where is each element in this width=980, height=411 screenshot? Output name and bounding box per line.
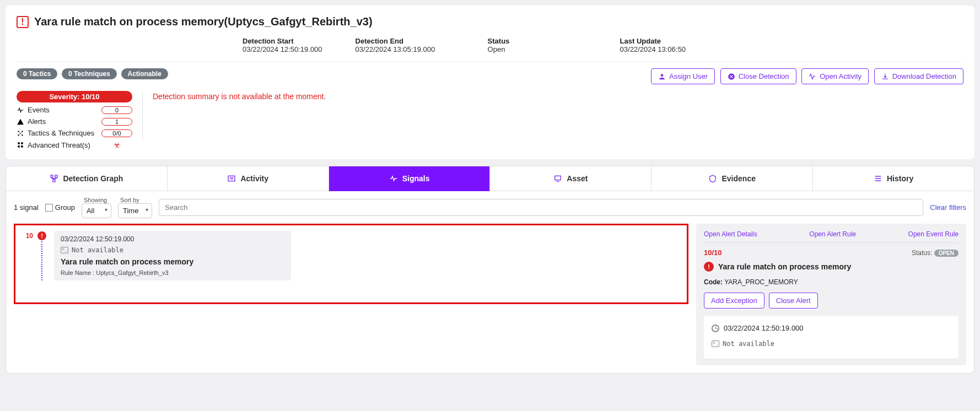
svg-rect-9 [51,175,53,177]
assign-user-button[interactable]: Assign User [651,68,715,84]
download-detection-button[interactable]: Download Detection [874,68,963,84]
tactics-icon [17,129,24,137]
severity-bar: Severity: 10/10 [17,91,132,102]
status: Status Open [488,37,587,53]
tt-label: Tactics & Techniques [28,129,94,137]
sort-label: Sort by [118,197,152,203]
open-activity-button[interactable]: Open Activity [801,68,869,84]
detection-start-label: Detection Start [243,37,322,45]
add-exception-button[interactable]: Add Exception [704,293,764,309]
events-count[interactable]: 0 [101,106,132,114]
rule-label: Rule Name : [61,269,94,276]
close-detection-button[interactable]: Close Detection [720,68,796,84]
tabs-card: Detection Graph Activity Signals Asset E… [6,166,974,374]
detection-end-value: 03/22/2024 13:05:19.000 [356,45,455,53]
detection-header-card: ! Yara rule match on process memory(Upty… [6,6,974,159]
signals-list: 10 ! 03/22/2024 12:50:19.000 Not availab… [14,224,688,365]
search-wrap [159,199,923,216]
status-value: Open [488,45,587,53]
terminal-icon [712,340,719,347]
close-alert-label: Close Alert [776,296,811,305]
alerts-count[interactable]: 1 [101,118,132,126]
assign-user-label: Assign User [669,72,708,80]
svg-rect-13 [555,176,561,180]
severity-column: Severity: 10/10 Events 0 Alerts 1 Tactic… [17,91,132,149]
tab-history-label: History [887,174,913,183]
showing-select[interactable]: Showing All [82,197,111,218]
timeline-line [41,241,42,280]
detail-na: Not available [723,340,774,348]
showing-value: All [82,203,111,218]
detail-code: Code: YARA_PROC_MEMORY [704,278,959,286]
detail-score: 10/10 [704,248,722,257]
alert-icon: ! [17,16,29,28]
user-icon [658,73,666,80]
tab-bar: Detection Graph Activity Signals Asset E… [6,166,974,191]
summary-missing: Detection summary is not available at th… [153,91,326,101]
biohazard-icon: ☣ [101,140,132,149]
svg-rect-6 [21,142,23,144]
detail-timestamp: 03/22/2024 12:50:19.000 [724,324,804,332]
svg-rect-10 [55,175,57,177]
page-title: Yara rule match on process memory(Uptycs… [34,15,373,28]
alerts-label: Alerts [28,117,46,126]
close-detection-label: Close Detection [739,72,789,80]
evidence-icon [708,174,717,183]
detail-panel: Open Alert Details Open Alert Rule Open … [696,224,966,365]
graph-icon [50,174,58,183]
last-update: Last Update 03/22/2024 13:06:50 [620,37,719,53]
tactics-pill[interactable]: 0 Tactics [17,68,57,79]
signal-score: 10 [23,231,33,280]
adv-threat-label: Advanced Threat(s) [28,141,90,149]
open-alert-rule-link[interactable]: Open Alert Rule [809,230,856,238]
detail-status-wrap: Status: OPEN [912,249,959,257]
meta-row: Detection Start 03/22/2024 12:50:19.000 … [17,34,963,62]
open-alert-details-link[interactable]: Open Alert Details [704,230,757,238]
status-label: Status [488,37,587,45]
close-alert-button[interactable]: Close Alert [769,293,818,309]
detection-end-label: Detection End [356,37,455,45]
tab-detection-graph[interactable]: Detection Graph [6,166,168,191]
last-update-label: Last Update [620,37,719,45]
group-toggle[interactable]: Group [45,203,75,212]
tt-count[interactable]: 0/0 [101,129,132,137]
tab-asset[interactable]: Asset [490,166,651,191]
download-icon [881,73,889,80]
open-event-rule-link[interactable]: Open Event Rule [908,230,959,238]
detail-inner: 03/22/2024 12:50:19.000 Not available [704,316,959,359]
techniques-pill[interactable]: 0 Techniques [62,68,117,79]
alert-dot-icon: ! [37,231,46,240]
svg-rect-7 [18,145,20,148]
add-exception-label: Add Exception [711,296,757,305]
actionable-pill[interactable]: Actionable [121,68,168,79]
terminal-icon [61,247,68,253]
close-circle-icon [728,73,735,80]
tab-evidence[interactable]: Evidence [651,166,813,191]
activity-icon [809,73,816,80]
tab-history[interactable]: History [813,166,974,191]
signal-entry[interactable]: 10 ! 03/22/2024 12:50:19.000 Not availab… [23,231,679,280]
warning-icon [17,118,24,126]
status-badge: OPEN [934,250,959,257]
search-input[interactable] [159,199,923,216]
detail-title: Yara rule match on process memory [718,262,851,271]
detection-start-value: 03/22/2024 12:50:19.000 [243,45,322,53]
tab-activity[interactable]: Activity [168,166,329,191]
open-activity-label: Open Activity [820,72,861,80]
tab-signals[interactable]: Signals [329,166,491,191]
rule-value: Uptycs_Gafgyt_Rebirth_v3 [96,269,168,276]
checkbox-icon [45,204,53,212]
sort-value: Time [118,203,152,218]
sort-select[interactable]: Sort by Time [118,197,152,218]
detail-links: Open Alert Details Open Alert Rule Open … [704,230,959,243]
header-actions: Assign User Close Detection Open Activit… [648,68,963,84]
signal-na: Not available [72,246,123,254]
group-label: Group [55,203,75,212]
detail-status-label: Status: [912,249,932,257]
svg-rect-11 [53,180,55,182]
asset-icon [553,174,562,183]
pulse-icon [17,106,24,114]
signal-count: 1 signal [14,203,39,212]
threat-icon [17,141,24,149]
clear-filters-link[interactable]: Clear filters [930,203,966,212]
